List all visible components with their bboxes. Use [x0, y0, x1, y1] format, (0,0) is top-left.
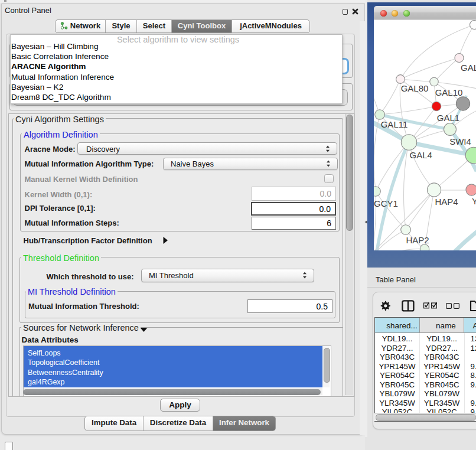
- svg-text:GAL80: GAL80: [401, 83, 429, 93]
- svg-text:GCY1: GCY1: [374, 198, 398, 208]
- svg-text:SWI4: SWI4: [449, 136, 471, 146]
- svg-text:YM: YM: [472, 196, 476, 206]
- svg-text:GAL7: GAL7: [461, 63, 476, 73]
- svg-text:GAL1: GAL1: [437, 113, 459, 123]
- svg-text:GAL10: GAL10: [435, 87, 463, 97]
- svg-text:GAL4: GAL4: [410, 150, 432, 160]
- svg-text:HAP4: HAP4: [435, 197, 458, 207]
- svg-text:HAP2: HAP2: [406, 235, 429, 245]
- svg-text:GAL11: GAL11: [381, 119, 408, 129]
